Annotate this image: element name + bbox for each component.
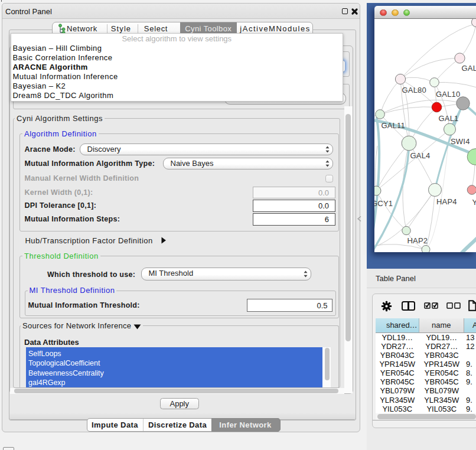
svg-text:GAL7: GAL7 — [461, 64, 476, 73]
svg-text:YO: YO — [472, 198, 476, 207]
svg-text:GAL1: GAL1 — [438, 114, 458, 123]
svg-text:HAP2: HAP2 — [407, 236, 428, 245]
svg-text:GAL10: GAL10 — [436, 90, 460, 99]
svg-text:GAL4: GAL4 — [410, 151, 430, 160]
svg-text:GAL11: GAL11 — [381, 121, 405, 130]
svg-text:GAL80: GAL80 — [402, 86, 426, 94]
svg-text:GCY1: GCY1 — [374, 199, 393, 208]
svg-text:SWI4: SWI4 — [451, 137, 470, 146]
svg-text:HAP4: HAP4 — [436, 197, 457, 206]
